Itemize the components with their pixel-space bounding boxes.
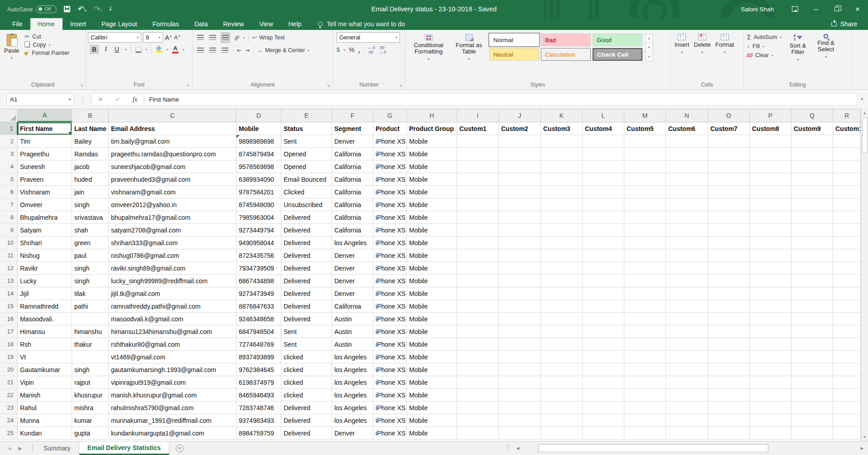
- cell[interactable]: [541, 402, 583, 414]
- name-box[interactable]: A1▾: [6, 93, 74, 106]
- cell[interactable]: [583, 427, 624, 440]
- cell[interactable]: [791, 186, 833, 198]
- cell[interactable]: [624, 287, 666, 300]
- cell[interactable]: [750, 186, 791, 198]
- cell[interactable]: [457, 211, 499, 224]
- column-header-H[interactable]: H: [407, 109, 457, 122]
- cell[interactable]: srivastava: [72, 211, 109, 224]
- insert-function-icon[interactable]: fx: [126, 96, 144, 103]
- cell[interactable]: green: [72, 237, 109, 249]
- cell[interactable]: [666, 135, 708, 148]
- cell[interactable]: iPhone XS: [373, 135, 407, 148]
- row-header-7[interactable]: 7: [0, 198, 18, 211]
- dialog-launcher-icon[interactable]: ↘: [327, 83, 330, 87]
- cell[interactable]: [791, 402, 833, 414]
- cell[interactable]: [499, 376, 541, 389]
- cell[interactable]: [750, 414, 791, 427]
- cell[interactable]: [791, 224, 833, 237]
- cell[interactable]: Mobile: [407, 300, 457, 313]
- cell[interactable]: Delivered: [281, 300, 332, 313]
- cell[interactable]: [457, 173, 499, 186]
- cell[interactable]: [708, 224, 750, 237]
- cell[interactable]: Custom5: [624, 122, 666, 135]
- orientation-icon[interactable]: ab: [233, 34, 241, 41]
- cell[interactable]: [708, 135, 750, 148]
- cell[interactable]: [833, 414, 861, 427]
- cell[interactable]: [708, 249, 750, 262]
- clear-button[interactable]: Clear▾: [746, 51, 783, 59]
- scroll-down-icon[interactable]: ▼: [861, 433, 868, 441]
- cell[interactable]: [624, 173, 666, 186]
- cell[interactable]: jain: [72, 186, 109, 198]
- merge-center-button[interactable]: ↔Merge & Center▾: [257, 47, 309, 53]
- cell[interactable]: gupta: [72, 427, 109, 440]
- cell[interactable]: [666, 249, 708, 262]
- cell[interactable]: Mobile: [407, 198, 457, 211]
- cell[interactable]: [457, 402, 499, 414]
- cell[interactable]: [624, 160, 666, 173]
- cell[interactable]: [624, 389, 666, 402]
- top-align-button[interactable]: [196, 33, 205, 43]
- cell[interactable]: [833, 427, 861, 440]
- cell[interactable]: [583, 198, 624, 211]
- cell[interactable]: [624, 275, 666, 287]
- fill-color-button[interactable]: [156, 46, 162, 53]
- cell[interactable]: Mobile: [407, 275, 457, 287]
- cell[interactable]: [457, 198, 499, 211]
- scroll-left-icon[interactable]: ◀: [514, 446, 522, 450]
- wrap-text-button[interactable]: ↩Wrap Text: [252, 34, 285, 41]
- cell[interactable]: [457, 186, 499, 198]
- cell[interactable]: [666, 198, 708, 211]
- cell[interactable]: [666, 211, 708, 224]
- cell[interactable]: [791, 313, 833, 325]
- tab-data[interactable]: Data: [187, 18, 216, 30]
- cell[interactable]: clicked: [281, 351, 332, 363]
- cell[interactable]: los Angeles: [332, 414, 373, 427]
- cell[interactable]: [750, 351, 791, 363]
- cell[interactable]: California: [332, 173, 373, 186]
- cell[interactable]: Delivered: [281, 313, 332, 325]
- cell[interactable]: Custom6: [666, 122, 708, 135]
- cell[interactable]: khusrupur: [72, 389, 109, 402]
- cell[interactable]: [750, 135, 791, 148]
- cell[interactable]: [791, 287, 833, 300]
- cell[interactable]: rahulmishra5790@gmail.com: [109, 402, 236, 414]
- cell[interactable]: Unsubscribed: [281, 198, 332, 211]
- increase-indent-icon[interactable]: ⇥: [245, 47, 250, 53]
- expand-formula-bar-icon[interactable]: ▼: [857, 97, 867, 102]
- cell[interactable]: iPhone XS: [373, 262, 407, 275]
- align-left-button[interactable]: [196, 45, 205, 55]
- cell[interactable]: [583, 249, 624, 262]
- cell[interactable]: iPhone XS: [373, 237, 407, 249]
- cell[interactable]: [583, 389, 624, 402]
- cell[interactable]: [457, 237, 499, 249]
- cell[interactable]: bhupalmehra17@gmail.com: [109, 211, 236, 224]
- cell[interactable]: [708, 173, 750, 186]
- cell-style-calculation[interactable]: Calculation: [541, 48, 591, 61]
- cell[interactable]: [666, 427, 708, 440]
- cell[interactable]: [791, 389, 833, 402]
- cell[interactable]: [708, 262, 750, 275]
- cell[interactable]: [499, 351, 541, 363]
- cell[interactable]: iPhone XS: [373, 389, 407, 402]
- tab-home[interactable]: Home: [30, 18, 63, 30]
- cell[interactable]: [666, 389, 708, 402]
- cell[interactable]: omveer2012@yahoo.in: [109, 198, 236, 211]
- next-sheet-icon[interactable]: ▶: [18, 445, 22, 451]
- selected-cell[interactable]: First Name: [18, 122, 72, 135]
- cell[interactable]: [457, 135, 499, 148]
- cell[interactable]: [666, 237, 708, 249]
- cell[interactable]: 9273449794: [236, 224, 281, 237]
- cell[interactable]: [541, 363, 583, 376]
- cell[interactable]: Mobile: [407, 313, 457, 325]
- cell[interactable]: [833, 287, 861, 300]
- cell[interactable]: [457, 313, 499, 325]
- cell[interactable]: [708, 237, 750, 249]
- cell[interactable]: [583, 313, 624, 325]
- cell[interactable]: himansu1234himanshu@gmail.com: [109, 325, 236, 338]
- cell[interactable]: lucky_singh99989@rediffmail.com: [109, 275, 236, 287]
- row-header-19[interactable]: 19: [0, 351, 18, 363]
- cell[interactable]: [833, 211, 861, 224]
- cell[interactable]: [666, 262, 708, 275]
- cell[interactable]: iPhone XS: [373, 313, 407, 325]
